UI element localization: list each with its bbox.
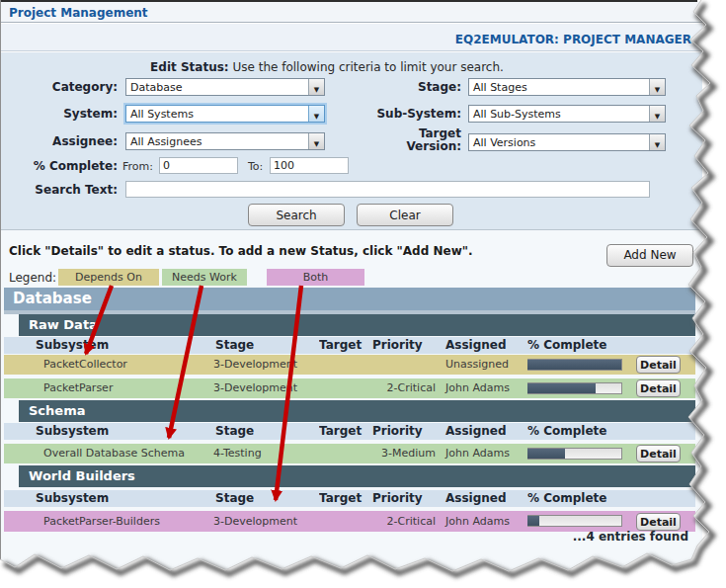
percent-complete-label: % Complete: xyxy=(1,160,118,173)
table-row: PacketCollector 3-Development Unassigned… xyxy=(4,355,695,375)
app-header: EQ2EMULATOR: PROJECT MANAGER xyxy=(455,33,691,46)
detail-button[interactable]: Detail xyxy=(636,445,681,462)
target-version-label: Target Version: xyxy=(343,127,461,153)
title-bar: Project Management xyxy=(1,2,702,23)
clear-button[interactable]: Clear xyxy=(357,204,453,226)
search-button[interactable]: Search xyxy=(248,204,345,226)
form-heading: Edit Status: Use the following criteria … xyxy=(1,60,653,74)
percent-from-input[interactable] xyxy=(159,157,238,174)
chevron-down-icon[interactable] xyxy=(649,134,665,150)
search-text-label: Search Text: xyxy=(1,184,118,197)
subsystem-label: Sub-System: xyxy=(343,108,461,121)
from-label: From: xyxy=(122,160,153,173)
search-text-input[interactable] xyxy=(125,181,650,198)
system-label: System: xyxy=(1,108,118,121)
section-header-schema: Schema xyxy=(19,400,695,422)
detail-button[interactable]: Detail xyxy=(636,356,681,374)
app-header-band: EQ2EMULATOR: PROJECT MANAGER xyxy=(1,24,702,51)
system-select[interactable]: All Systems xyxy=(125,105,325,123)
column-header-row: Subsystem Stage Target Priority Assigned… xyxy=(4,423,695,440)
chevron-down-icon[interactable] xyxy=(308,133,324,149)
search-form: Edit Status: Use the following criteria … xyxy=(1,52,702,229)
column-header-row: Subsystem Stage Target Priority Assigned… xyxy=(4,490,695,507)
assignee-label: Assignee: xyxy=(1,135,118,148)
results-area: Click "Details" to edit a status. To add… xyxy=(1,230,702,571)
target-version-select[interactable]: All Versions xyxy=(468,133,666,151)
instruction-text: Click "Details" to edit a status. To add… xyxy=(9,244,473,258)
detail-button[interactable]: Detail xyxy=(636,379,681,397)
legend-needs-work: Needs Work xyxy=(162,269,247,286)
column-header-row: Subsystem Stage Target Priority Assigned… xyxy=(4,337,695,354)
progress-bar xyxy=(527,359,622,371)
chevron-down-icon[interactable] xyxy=(649,79,665,95)
chevron-down-icon[interactable] xyxy=(649,106,665,122)
progress-bar xyxy=(527,382,622,394)
entries-found-text: ...4 entries found xyxy=(573,530,688,544)
legend-depends-on: Depends On xyxy=(58,269,159,286)
stage-label: Stage: xyxy=(343,81,461,94)
form-heading-bold: Edit Status: xyxy=(150,60,229,74)
table-row: PacketParser-Builders 3-Development 2-Cr… xyxy=(4,511,695,532)
category-header: Database xyxy=(4,288,695,310)
chevron-down-icon[interactable] xyxy=(308,106,324,122)
project-management-page: Project Management EQ2EMULATOR: PROJECT … xyxy=(0,0,726,588)
progress-bar xyxy=(527,448,622,460)
chevron-down-icon[interactable] xyxy=(308,79,324,95)
category-label: Category: xyxy=(1,81,118,94)
section-header-world-builders: World Builders xyxy=(19,465,695,487)
page-title: Project Management xyxy=(9,6,148,20)
legend-label: Legend: xyxy=(9,271,56,285)
stage-select[interactable]: All Stages xyxy=(468,78,666,96)
to-label: To: xyxy=(248,160,263,173)
subsystem-select[interactable]: All Sub-Systems xyxy=(468,105,666,123)
legend-both: Both xyxy=(267,269,364,286)
percent-to-input[interactable] xyxy=(270,157,349,174)
table-row: PacketParser 3-Development 2-Critical Jo… xyxy=(4,378,695,398)
progress-bar xyxy=(527,515,622,527)
form-heading-text: Use the following criteria to limit your… xyxy=(229,60,504,74)
category-select[interactable]: Database xyxy=(125,78,325,96)
detail-button[interactable]: Detail xyxy=(636,513,681,531)
table-row: Overall Database Schema 4-Testing 3-Medi… xyxy=(4,444,695,463)
assignee-select[interactable]: All Assignees xyxy=(125,132,325,150)
status-table: Database Raw Data Subsystem Stage Target… xyxy=(4,288,695,532)
add-new-button[interactable]: Add New xyxy=(606,244,693,267)
section-header-raw-data: Raw Data xyxy=(19,314,695,336)
